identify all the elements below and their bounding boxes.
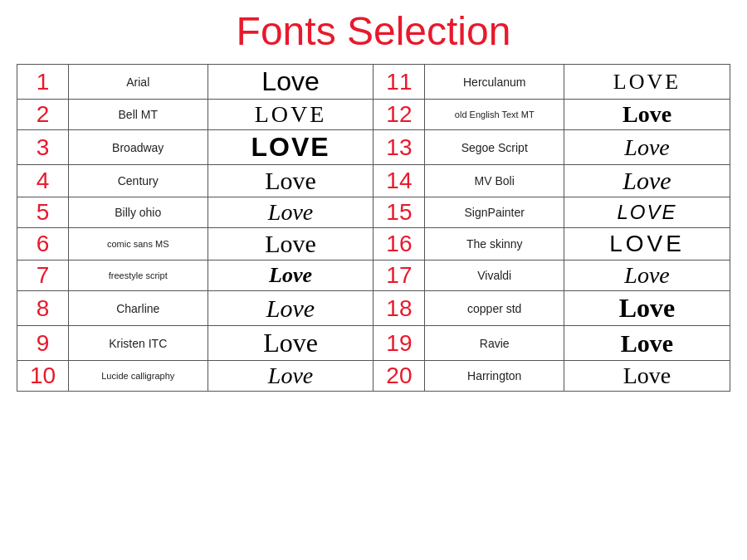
font-preview-9: Love — [208, 326, 374, 361]
font-preview-16: LOVE — [564, 228, 730, 261]
font-preview-7: Love — [208, 261, 374, 291]
font-name-2: Bell MT — [68, 100, 208, 130]
font-num-7: 7 — [17, 261, 69, 291]
font-num-18: 18 — [374, 291, 425, 326]
font-name-17: Vivaldi — [425, 261, 564, 291]
font-name-16: The skinny — [425, 228, 564, 261]
font-name-20: Harrington — [425, 361, 564, 392]
fonts-table: 1ArialLove11HerculanumLOVE2Bell MTLOVE12… — [17, 64, 730, 392]
font-name-7: freestyle script — [68, 261, 208, 291]
font-preview-13: Love — [564, 130, 730, 165]
font-preview-8: Love — [208, 291, 374, 326]
font-preview-12: Love — [564, 100, 730, 130]
font-preview-17: Love — [564, 261, 730, 291]
font-name-19: Ravie — [425, 326, 564, 361]
font-num-20: 20 — [374, 361, 425, 392]
font-num-3: 3 — [17, 130, 69, 165]
font-num-9: 9 — [17, 326, 69, 361]
font-preview-14: Love — [564, 165, 730, 197]
font-preview-3: LOVE — [208, 130, 374, 165]
font-name-6: comic sans MS — [68, 228, 208, 261]
font-num-4: 4 — [17, 165, 69, 197]
font-name-18: copper std — [425, 291, 564, 326]
font-num-17: 17 — [374, 261, 425, 291]
font-num-5: 5 — [17, 197, 69, 228]
font-num-11: 11 — [374, 65, 425, 100]
font-num-14: 14 — [374, 165, 425, 197]
font-num-10: 10 — [17, 361, 69, 392]
font-num-1: 1 — [17, 65, 69, 100]
font-num-2: 2 — [17, 100, 69, 130]
font-num-6: 6 — [17, 228, 69, 261]
font-name-10: Lucide calligraphy — [68, 361, 208, 392]
font-preview-18: Love — [564, 291, 730, 326]
font-preview-15: LOVE — [564, 197, 730, 228]
font-preview-2: LOVE — [208, 100, 374, 130]
font-name-13: Segoe Script — [425, 130, 564, 165]
font-name-4: Century — [68, 165, 208, 197]
font-name-12: old English Text MT — [425, 100, 564, 130]
font-num-13: 13 — [374, 130, 425, 165]
font-preview-11: LOVE — [564, 65, 730, 100]
font-name-3: Broadway — [68, 130, 208, 165]
font-num-16: 16 — [374, 228, 425, 261]
font-name-15: SignPainter — [425, 197, 564, 228]
font-preview-1: Love — [208, 65, 374, 100]
font-preview-20: Love — [564, 361, 730, 392]
font-num-19: 19 — [374, 326, 425, 361]
font-preview-6: Love — [208, 228, 374, 261]
font-num-8: 8 — [17, 291, 69, 326]
font-name-14: MV Boli — [425, 165, 564, 197]
font-preview-10: Love — [208, 361, 374, 392]
font-name-5: Billy ohio — [68, 197, 208, 228]
font-preview-5: Love — [208, 197, 374, 228]
font-name-9: Kristen ITC — [68, 326, 208, 361]
font-num-12: 12 — [374, 100, 425, 130]
font-num-15: 15 — [374, 197, 425, 228]
page-title: Fonts Selection — [237, 8, 511, 54]
font-preview-19: Love — [564, 326, 730, 361]
font-name-11: Herculanum — [425, 65, 564, 100]
font-preview-4: Love — [208, 165, 374, 197]
font-name-8: Charline — [68, 291, 208, 326]
font-name-1: Arial — [68, 65, 208, 100]
